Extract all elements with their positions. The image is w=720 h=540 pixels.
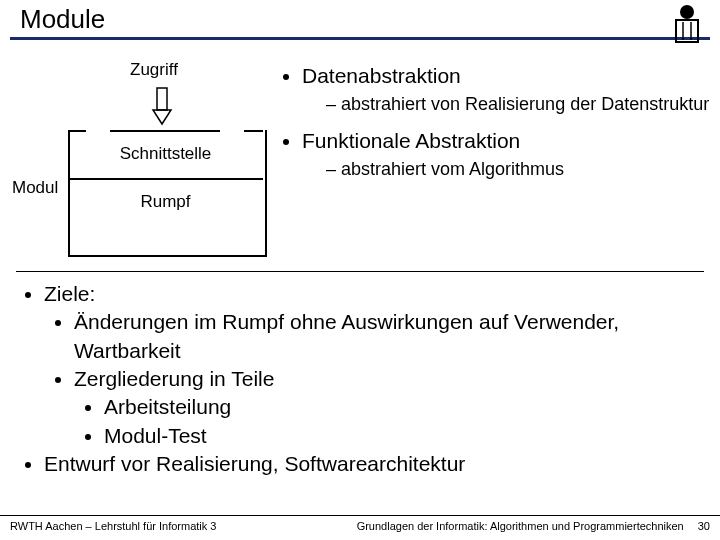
rwth-logo-icon [670, 4, 704, 46]
rumpf-label: Rumpf [68, 178, 263, 255]
bullet-datenabstraktion: Datenabstraktion [302, 62, 710, 89]
zugriff-label: Zugriff [130, 60, 178, 80]
goals-list: Ziele: Änderungen im Rumpf ohne Auswirku… [0, 280, 720, 478]
svg-rect-1 [676, 20, 698, 42]
bullet-funktionale: Funktionale Abstraktion [302, 127, 710, 154]
footer-course: Grundlagen der Informatik: Algorithmen u… [357, 520, 684, 532]
modul-label: Modul [12, 178, 58, 198]
footer-left: RWTH Aachen – Lehrstuhl für Informatik 3 [10, 520, 216, 532]
ziel-1: Änderungen im Rumpf ohne Auswirkungen au… [74, 308, 710, 365]
page-title: Module [0, 0, 720, 37]
sub-funktionale: abstrahiert vom Algorithmus [326, 158, 710, 181]
footer: RWTH Aachen – Lehrstuhl für Informatik 3… [0, 515, 720, 540]
ziele-heading: Ziele: [44, 280, 710, 308]
sub-datenabstraktion: abstrahiert von Realisierung der Datenst… [326, 93, 710, 116]
abstraction-list: Datenabstraktion abstrahiert von Realisi… [280, 50, 710, 265]
footer-page: 30 [698, 520, 710, 532]
svg-point-0 [680, 5, 694, 19]
arrow-down-icon [150, 86, 174, 130]
module-diagram: Zugriff Modul Schnittstelle Rumpf [10, 50, 280, 265]
ziel-2a: Arbeitsteilung [104, 393, 710, 421]
schnittstelle-label: Schnittstelle [68, 130, 263, 180]
ziel-2: Zergliederung in Teile [74, 365, 710, 393]
svg-rect-4 [157, 88, 167, 110]
svg-marker-5 [153, 110, 171, 124]
divider [16, 271, 704, 272]
ziel-2b: Modul-Test [104, 422, 710, 450]
entwurf: Entwurf vor Realisierung, Softwarearchit… [44, 450, 710, 478]
